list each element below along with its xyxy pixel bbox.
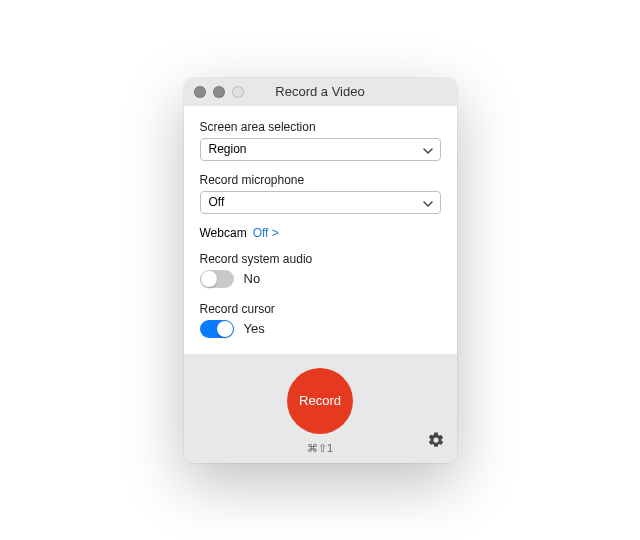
cursor-label: Record cursor — [200, 302, 441, 316]
screen-area-label: Screen area selection — [200, 120, 441, 134]
screen-area-select[interactable]: Region — [200, 138, 441, 161]
gear-icon[interactable] — [427, 431, 445, 453]
traffic-lights — [194, 86, 244, 98]
webcam-link[interactable]: Off > — [253, 226, 279, 240]
footer: Record ⌘⇧1 — [184, 354, 457, 463]
microphone-label: Record microphone — [200, 173, 441, 187]
minimize-window-button[interactable] — [213, 86, 225, 98]
system-audio-value: No — [244, 271, 261, 286]
maximize-window-button[interactable] — [232, 86, 244, 98]
titlebar: Record a Video — [184, 78, 457, 106]
record-shortcut: ⌘⇧1 — [307, 442, 333, 455]
webcam-label: Webcam — [200, 226, 247, 240]
toggle-knob — [217, 321, 233, 337]
webcam-row: Webcam Off > — [200, 226, 441, 240]
system-audio-label: Record system audio — [200, 252, 441, 266]
microphone-select[interactable]: Off — [200, 191, 441, 214]
record-button[interactable]: Record — [287, 368, 353, 434]
system-audio-toggle[interactable] — [200, 270, 234, 288]
content-area: Screen area selection Region Record micr… — [184, 106, 457, 354]
toggle-knob — [201, 271, 217, 287]
close-window-button[interactable] — [194, 86, 206, 98]
cursor-toggle[interactable] — [200, 320, 234, 338]
cursor-value: Yes — [244, 321, 265, 336]
record-video-window: Record a Video Screen area selection Reg… — [184, 78, 457, 463]
